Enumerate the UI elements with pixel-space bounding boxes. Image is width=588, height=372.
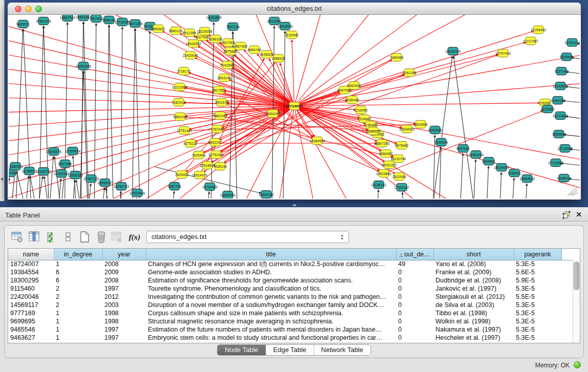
graph-node[interactable]: 12444154	[550, 97, 565, 104]
split-pane-grip[interactable]	[293, 204, 296, 206]
graph-node[interactable]: 19342757	[36, 168, 51, 176]
graph-node[interactable]: 12710345	[557, 145, 573, 152]
graph-node[interactable]: 1588520	[272, 55, 286, 62]
vertical-scrollbar[interactable]	[573, 260, 580, 343]
graph-node[interactable]: 10564943	[519, 175, 535, 183]
graph-node[interactable]: 8454749	[248, 46, 262, 54]
graph-node[interactable]: 9457791	[168, 183, 182, 190]
graph-node[interactable]: 12751441	[177, 127, 192, 135]
graph-node[interactable]: 9084067	[379, 150, 393, 158]
table-row[interactable]: 946554611997Estimation of the future num…	[8, 325, 580, 334]
graph-node[interactable]: 9097001	[456, 145, 470, 152]
graph-node[interactable]: 7635144	[213, 163, 227, 170]
graph-node[interactable]: 9853198	[173, 113, 187, 121]
graph-node[interactable]: 20206575	[46, 148, 61, 156]
table-row[interactable]: 946362711997Embryonic stem cells: a mode…	[8, 334, 580, 342]
graph-node[interactable]: 9329966	[560, 53, 574, 61]
graph-node[interactable]: 37691406	[36, 17, 51, 25]
expand-panel-arrow-icon[interactable]	[1, 177, 3, 181]
float-panel-icon[interactable]	[562, 211, 571, 219]
graph-node[interactable]: 14604102	[258, 191, 274, 199]
graph-node[interactable]: 8186328	[209, 35, 223, 43]
graph-node[interactable]: 16782753	[114, 183, 129, 190]
graph-node[interactable]: 1693969	[414, 121, 428, 128]
graph-node[interactable]: 2903144	[217, 74, 231, 82]
graph-node[interactable]: 9245012	[557, 174, 571, 182]
graph-node[interactable]: 9251255	[403, 69, 417, 77]
table-row[interactable]: 969969511998Structural magnetic resonanc…	[8, 317, 580, 325]
graph-node[interactable]: 9861045	[213, 112, 227, 120]
graph-node[interactable]: 9875685	[224, 48, 237, 55]
tab-edge-table[interactable]: Edge Table	[266, 345, 314, 355]
column-header-out_de[interactable]: △out_de…	[396, 249, 433, 260]
graph-node[interactable]: 2036448	[345, 96, 359, 104]
collapsed-control-panel-strip[interactable]	[0, 0, 5, 201]
network-graph-canvas[interactable]: 1595811325451216450152760215885201595854…	[9, 15, 580, 199]
scrollbar-thumb[interactable]	[574, 261, 579, 290]
table-row[interactable]: 1456911722003Disruption of a novel membe…	[8, 301, 580, 309]
graph-node[interactable]: 7625404	[192, 151, 206, 159]
column-header-name[interactable]: name	[8, 249, 54, 260]
graph-node[interactable]: 9860123	[169, 27, 183, 35]
graph-node[interactable]: 9097588	[58, 160, 72, 168]
tab-network-table[interactable]: Network Table	[314, 345, 371, 355]
new-file-button[interactable]	[77, 230, 92, 244]
graph-node[interactable]: 7462640	[347, 82, 361, 90]
graph-node[interactable]: 16053809	[206, 15, 222, 21]
graph-node[interactable]: 9327508	[222, 39, 235, 47]
graph-node[interactable]: 14652004	[220, 191, 235, 199]
graph-node[interactable]: 1640958	[428, 126, 442, 134]
table-row[interactable]: 1830029562008Estimation of significance …	[8, 276, 580, 285]
table-row[interactable]: 1938455462009Genome-wide association stu…	[8, 268, 580, 276]
column-header-short[interactable]: short	[433, 249, 514, 260]
graph-node[interactable]: 9663822	[151, 25, 165, 33]
graph-node[interactable]: 17722982	[548, 159, 563, 167]
graph-node[interactable]: 10653287	[76, 15, 91, 21]
graph-node[interactable]: 14524861	[376, 170, 391, 178]
graph-node[interactable]: 17334267	[394, 184, 409, 191]
graph-node[interactable]: 1216450	[354, 106, 368, 114]
graph-node[interactable]: 16461204	[468, 151, 484, 159]
graph-node[interactable]: 14136141	[371, 181, 386, 189]
select-all-checkboxes-button[interactable]	[45, 230, 59, 244]
graph-node[interactable]: 4275122	[184, 140, 198, 147]
graph-node[interactable]: 8427552	[212, 86, 226, 94]
graph-node[interactable]: 19634923	[399, 125, 415, 133]
graph-node[interactable]: 13350051	[9, 163, 23, 170]
graph-node[interactable]: 2967608	[234, 42, 248, 50]
graph-node[interactable]: 12093872	[553, 82, 568, 90]
graph-node[interactable]: 3901675	[215, 99, 229, 106]
graph-node[interactable]: 20053346	[76, 62, 91, 70]
column-header-pagerank[interactable]: pagerank	[514, 249, 561, 260]
graph-node[interactable]: 2522554	[393, 173, 406, 181]
graph-node[interactable]: 7919019	[434, 139, 448, 146]
graph-node[interactable]: 11156823	[21, 167, 36, 175]
graph-node[interactable]: 7252348	[210, 125, 224, 133]
graph-node[interactable]: 15716485	[202, 183, 217, 191]
graph-node[interactable]: 2718170	[177, 68, 191, 75]
graph-node[interactable]: 12217987	[523, 37, 538, 45]
graph-node[interactable]: 18024009	[494, 164, 509, 171]
table-row[interactable]: 977716911998Corpus callosum shape and si…	[8, 309, 580, 317]
function-builder-button[interactable]: f(x)	[127, 230, 142, 244]
table-row[interactable]: 1872400712008Changes of HCN gene express…	[8, 260, 580, 268]
graph-node[interactable]: 9466160	[102, 16, 116, 24]
table-settings-button[interactable]	[10, 230, 24, 244]
graph-node[interactable]: 16914479	[192, 171, 207, 179]
graph-node[interactable]: 9227342	[555, 68, 569, 75]
window-titlebar[interactable]: citations_edges.txt	[8, 3, 581, 15]
graph-node[interactable]: 19837914	[60, 15, 75, 21]
delete-trash-button[interactable]	[94, 230, 108, 244]
graph-node[interactable]: 9245011	[508, 169, 521, 177]
table-row[interactable]: 2242004622012Investigating the contribut…	[8, 293, 580, 301]
graph-node[interactable]: 1527602	[90, 15, 103, 23]
graph-node[interactable]: 1132545	[285, 31, 298, 39]
table-row[interactable]: 911546021997Tourette syndrome. Phenomeno…	[8, 285, 580, 293]
graph-node[interactable]: 8215953	[541, 105, 555, 113]
graph-node[interactable]: 7625402	[175, 171, 189, 179]
close-panel-icon[interactable]: ✕	[576, 210, 582, 218]
graph-node[interactable]: 7357224	[226, 23, 240, 31]
graph-node[interactable]: 9405571	[16, 20, 30, 28]
graph-node[interactable]: 9146821	[260, 51, 274, 58]
graph-node[interactable]: 9853197	[208, 139, 222, 146]
